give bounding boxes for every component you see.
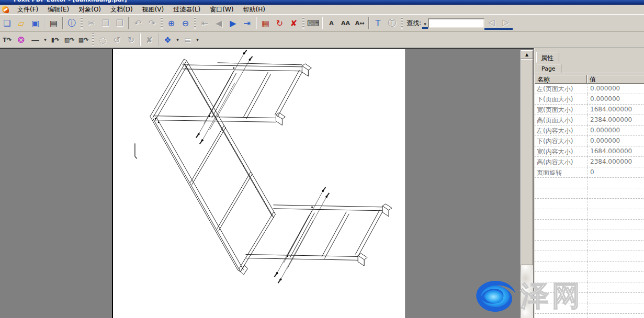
- application-window: Foxit PDF Editor - [danxhuang.pdf] 文件(F)…: [0, 0, 644, 318]
- add-text-icon[interactable]: T: [371, 16, 385, 30]
- toolbar-grip[interactable]: [401, 17, 403, 29]
- print-icon[interactable]: ▤: [47, 16, 61, 30]
- rotate-right-icon[interactable]: ↻: [124, 33, 138, 47]
- insert-image-icon[interactable]: ▦↷: [76, 33, 91, 47]
- empty-row: [535, 293, 644, 303]
- empty-row: [535, 262, 644, 272]
- scroll-up-button[interactable]: ▲: [521, 50, 533, 59]
- menu-file[interactable]: 文件(F): [13, 4, 43, 15]
- menu-view[interactable]: 视图(V): [138, 4, 169, 15]
- table-row[interactable]: 下(内容大小) 0.000000: [535, 136, 644, 146]
- properties-panel: 属性 Page 名称 值 左(页面大小) 0.000000 下(页面大小) 0.…: [534, 48, 644, 318]
- delete-page-icon[interactable]: ✘: [287, 16, 301, 30]
- empty-row: [535, 251, 644, 262]
- insert-page-icon[interactable]: ↻: [273, 16, 287, 30]
- panel-title-row: 属性: [535, 50, 644, 63]
- paste-icon[interactable]: ❒: [112, 16, 127, 30]
- color-wheel-icon[interactable]: ❂: [14, 33, 28, 47]
- save-icon[interactable]: ▣: [28, 16, 42, 30]
- font-icon[interactable]: A: [324, 16, 338, 30]
- zoom-out-icon[interactable]: ⊖: [178, 16, 193, 30]
- table-row[interactable]: 下(页面大小) 0.000000: [535, 94, 644, 105]
- first-page-icon[interactable]: ⇤: [198, 16, 212, 30]
- prop-value[interactable]: 0.000000: [587, 126, 644, 135]
- empty-row: [535, 199, 644, 209]
- keyboard-icon[interactable]: ⌨: [306, 16, 320, 30]
- prop-value[interactable]: 0.000000: [587, 136, 644, 146]
- table-row[interactable]: 页面旋转 0: [535, 167, 644, 178]
- table-row[interactable]: 高(页面大小) 2384.000000: [535, 115, 644, 126]
- h-scale-icon[interactable]: A↔: [353, 16, 367, 30]
- cut-icon[interactable]: ✂: [84, 16, 98, 30]
- info-icon[interactable]: ⓘ: [65, 16, 79, 30]
- table-row[interactable]: 宽(页面大小) 1684.000000: [535, 105, 644, 115]
- edit-text-icon[interactable]: T↷: [0, 33, 14, 47]
- properties-tab[interactable]: 属性: [536, 52, 559, 63]
- undo-icon[interactable]: ↶: [131, 16, 145, 30]
- toolbar-grip[interactable]: [81, 17, 83, 29]
- window-title: Foxit PDF Editor - [danxhuang.pdf]: [0, 0, 644, 3]
- find-next-icon[interactable]: ▷: [499, 16, 513, 30]
- empty-row: [535, 188, 644, 199]
- scrollbar-thumb[interactable]: [521, 59, 533, 265]
- table-row[interactable]: 高(内容大小) 2384.000000: [535, 157, 644, 167]
- menu-window[interactable]: 窗口(W): [205, 4, 238, 15]
- next-page-icon[interactable]: ▶: [226, 16, 240, 30]
- line-style-caret-icon[interactable]: ▾: [42, 37, 48, 42]
- table-row[interactable]: 左(页面大小) 0.000000: [535, 84, 644, 94]
- menu-filter[interactable]: 过滤器(L): [168, 4, 205, 15]
- empty-row: [535, 303, 644, 314]
- separator: [368, 17, 369, 29]
- column-header-value[interactable]: 值: [587, 75, 644, 84]
- table-row[interactable]: 宽(内容大小) 1684.000000: [535, 146, 644, 157]
- table-row[interactable]: 左(内容大小) 0.000000: [535, 126, 644, 136]
- align-icon[interactable]: ≡: [180, 33, 195, 47]
- prop-value[interactable]: 2384.000000: [587, 115, 644, 125]
- align-caret-icon[interactable]: ▾: [195, 37, 200, 42]
- separator: [256, 17, 257, 29]
- separator: [322, 17, 323, 29]
- select-object-icon[interactable]: ◌: [96, 33, 110, 47]
- edit-image-icon[interactable]: ▧↷: [62, 33, 76, 47]
- column-header-name[interactable]: 名称: [535, 75, 587, 84]
- page-tab[interactable]: Page: [537, 64, 561, 73]
- delete-object-icon[interactable]: ✘: [142, 33, 156, 47]
- open-icon[interactable]: ▱: [14, 16, 28, 30]
- find-input[interactable]: [428, 18, 484, 28]
- menu-help[interactable]: 帮助(H): [239, 4, 270, 15]
- toolbar-grip[interactable]: [194, 17, 196, 29]
- line-style-icon[interactable]: —: [28, 33, 42, 47]
- menu-edit[interactable]: 编辑(E): [43, 4, 74, 15]
- find-prev-icon[interactable]: ◁: [484, 16, 499, 30]
- char-spacing-icon[interactable]: AA: [338, 16, 353, 30]
- toolbar-grip[interactable]: [302, 17, 304, 29]
- empty-row: [535, 272, 644, 282]
- prop-name: 高(页面大小): [535, 115, 587, 125]
- rotate-left-icon[interactable]: ↺: [110, 33, 124, 47]
- shading-icon[interactable]: ▮↷: [48, 33, 62, 47]
- menu-object[interactable]: 对象(O): [74, 4, 106, 15]
- menu-document[interactable]: 文档(D): [106, 4, 138, 15]
- new-icon[interactable]: ❏: [0, 16, 14, 30]
- prop-value[interactable]: 1684.000000: [587, 146, 644, 156]
- toolbar-grip[interactable]: [161, 17, 163, 29]
- vertical-scrollbar[interactable]: ▲: [521, 50, 533, 318]
- page-layout-icon[interactable]: ▦: [258, 16, 273, 30]
- prop-value[interactable]: 0.000000: [587, 94, 644, 104]
- prop-value[interactable]: 2384.000000: [587, 157, 644, 167]
- find-dropdown-caret-icon[interactable]: ▾: [422, 17, 428, 29]
- prev-page-icon[interactable]: ◀: [212, 16, 226, 30]
- shapes-icon[interactable]: ❖: [161, 33, 175, 47]
- prop-name: 宽(内容大小): [535, 146, 587, 156]
- prop-value[interactable]: 0: [587, 167, 644, 177]
- text-circle-icon[interactable]: Ⓣ: [385, 16, 399, 30]
- redo-icon[interactable]: ↷: [145, 16, 159, 30]
- copy-icon[interactable]: ❐: [98, 16, 112, 30]
- pdf-page[interactable]: [112, 49, 406, 318]
- prop-value[interactable]: 0.000000: [587, 84, 644, 94]
- prop-value[interactable]: 1684.000000: [587, 105, 644, 115]
- last-page-icon[interactable]: ⇥: [240, 16, 254, 30]
- zoom-in-icon[interactable]: ⊕: [164, 16, 178, 30]
- toolbar-grip[interactable]: [92, 33, 94, 46]
- shapes-caret-icon[interactable]: ▾: [175, 37, 180, 42]
